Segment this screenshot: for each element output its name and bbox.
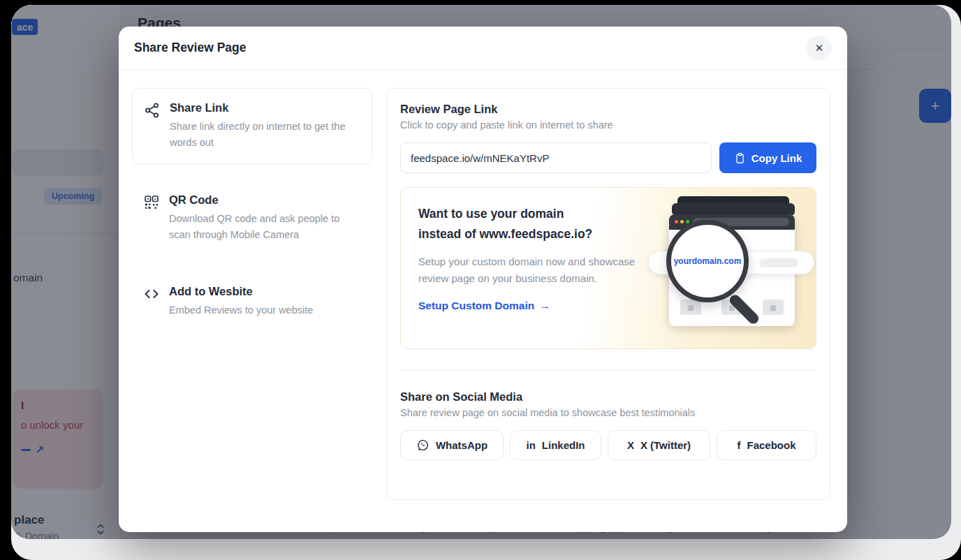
close-button[interactable]: ✕	[807, 36, 832, 61]
qr-code-icon	[143, 193, 160, 243]
copy-link-label: Copy Link	[751, 152, 802, 164]
tab-label: Add to Wesbite	[169, 285, 313, 298]
social-buttons-row: WhatsApp in LinkedIn X X (Twitter) f Fac…	[400, 430, 816, 460]
section-divider	[400, 370, 816, 371]
tab-label: QR Code	[169, 193, 361, 207]
yourdomain-text: yourdomain.com	[674, 256, 742, 266]
tab-label: Share Link	[170, 101, 360, 115]
tab-description: Download QR code and ask people to scan …	[169, 211, 361, 243]
share-nodes-icon	[144, 101, 161, 151]
image-placeholder: ▦	[763, 300, 784, 315]
x-twitter-icon: X	[627, 439, 634, 451]
pill-label-placeholder	[759, 258, 798, 267]
social-media-subheading: Share review page on social media to sho…	[400, 407, 816, 418]
social-button-label: LinkedIn	[542, 439, 585, 451]
close-icon: ✕	[815, 42, 824, 54]
domain-card-body: Setup your custom domain now and showcas…	[418, 253, 636, 287]
magnifying-glass-icon: yourdomain.com	[666, 220, 749, 302]
modal-body: Share Link Share link directly on intern…	[119, 70, 847, 500]
custom-domain-card: Want to use your domain instead of www.f…	[400, 187, 816, 349]
share-review-page-modal: Share Review Page ✕ Share Link Share	[119, 27, 847, 532]
share-linkedin-button[interactable]: in LinkedIn	[510, 430, 601, 460]
share-facebook-button[interactable]: f Facebook	[717, 430, 816, 460]
social-button-label: X (Twitter)	[640, 439, 691, 451]
traffic-light-yellow	[680, 220, 684, 223]
review-page-link-subheading: Click to copy and paste link on internet…	[400, 119, 816, 131]
review-page-link-heading: Review Page Link	[400, 103, 816, 116]
share-options-column: Share Link Share link directly on intern…	[132, 88, 372, 500]
share-link-panel: Review Page Link Click to copy and paste…	[386, 88, 830, 500]
tab-qr-code[interactable]: QR Code Download QR code and ask people …	[132, 181, 372, 256]
traffic-light-red	[675, 220, 678, 223]
tab-description: Embed Reviews to your website	[169, 302, 313, 318]
social-button-label: Facebook	[747, 439, 795, 451]
image-placeholder: ▦	[680, 300, 701, 315]
tab-share-link[interactable]: Share Link Share link directly on intern…	[132, 88, 372, 164]
copy-link-button[interactable]: Copy Link	[719, 142, 816, 173]
setup-custom-domain-link[interactable]: Setup Custom Domain →	[418, 300, 649, 312]
modal-header: Share Review Page ✕	[119, 27, 847, 70]
domain-card-title: Want to use your domain instead of www.f…	[418, 204, 649, 244]
whatsapp-icon	[416, 439, 430, 452]
domain-illustration: ▦ ▦ ▦ yourdomain.com	[648, 188, 816, 348]
social-media-heading: Share on Social Media	[400, 390, 816, 404]
facebook-icon: f	[737, 439, 740, 451]
modal-title: Share Review Page	[134, 40, 247, 55]
tab-description: Share link directly on internet to get t…	[170, 119, 360, 151]
clipboard-icon	[734, 152, 746, 164]
tab-add-to-website[interactable]: Add to Wesbite Embed Reviews to your web…	[132, 272, 372, 331]
social-button-label: WhatsApp	[436, 439, 487, 451]
traffic-light-green	[686, 220, 689, 223]
share-x-twitter-button[interactable]: X X (Twitter)	[608, 430, 710, 460]
code-brackets-icon	[143, 285, 160, 318]
review-link-input[interactable]	[400, 142, 712, 173]
share-whatsapp-button[interactable]: WhatsApp	[400, 430, 504, 460]
arrow-right-icon: →	[539, 300, 550, 312]
linkedin-icon: in	[526, 439, 535, 451]
